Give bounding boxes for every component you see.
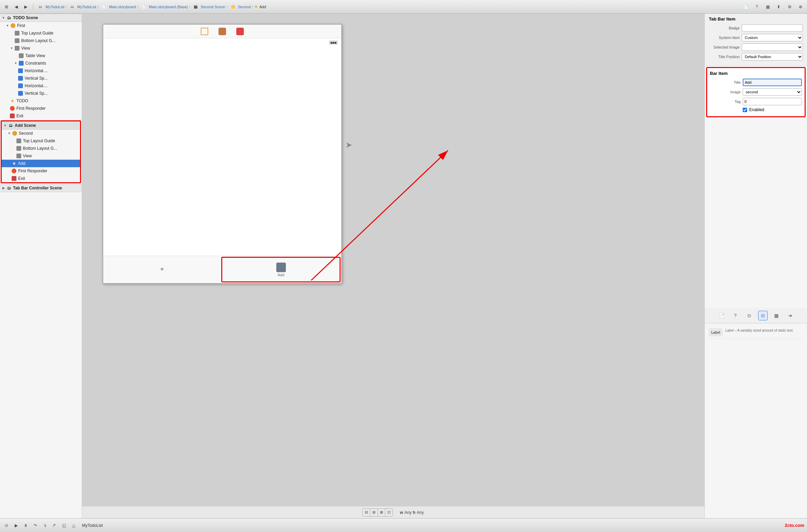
insp-tab-size[interactable]: ▦: [772, 311, 781, 320]
disclosure-tab-bar: ▶: [1, 186, 5, 190]
pause-icon[interactable]: ⏸: [22, 522, 29, 529]
image-select[interactable]: second: [743, 88, 802, 96]
sidebar-item-top-layout-2[interactable]: ▶ Top Layout Guide: [2, 137, 80, 145]
tab-item-add[interactable]: Add: [221, 257, 341, 282]
step-over-icon[interactable]: ↷: [31, 522, 39, 529]
sidebar-section-add-scene[interactable]: ▼ 🗂 Add Scene: [2, 121, 80, 130]
editor-selector: ⊟ ⊞ ⊠ ⊡: [362, 508, 393, 517]
tab-bar-scene-icon: 🗂: [6, 185, 12, 191]
insp-tab-connections[interactable]: ➔: [785, 311, 795, 320]
breadcrumb-mytodolist-2[interactable]: MyTodoList: [77, 5, 96, 9]
new-file-icon[interactable]: 📄: [742, 3, 750, 11]
tab-dot-1: [161, 268, 163, 270]
connector-arrow-icon: ➤: [345, 140, 352, 150]
insp-tab-quickhelp[interactable]: ?: [731, 311, 740, 320]
canvas-scroll[interactable]: ■■■ Add: [82, 14, 704, 506]
first-responder-icon: [10, 106, 15, 111]
simulate-icon[interactable]: ◱: [60, 522, 68, 529]
horiz2-icon: [18, 83, 23, 89]
view-switcher-icon[interactable]: ▦: [764, 3, 771, 11]
library-label-text: Label: [711, 331, 720, 334]
sidebar-item-first-responder[interactable]: First Responder: [0, 105, 82, 112]
sidebar-item-horiz1[interactable]: Horizontal....: [0, 67, 82, 75]
editor-extra-btn[interactable]: ⊡: [385, 509, 393, 516]
sidebar-item-view-2[interactable]: ▶ View: [2, 152, 80, 160]
settings-icon[interactable]: ⚙: [786, 3, 793, 11]
sidebar-todo-label: TODO: [16, 98, 28, 103]
sidebar-item-vert2[interactable]: Vertical Sp...: [0, 90, 82, 97]
breadcrumb-sep-3: ›: [137, 5, 138, 9]
toolbar-box-1: [219, 28, 226, 35]
sidebar-item-top-layout[interactable]: ▶ Top Layout Guide: [0, 29, 82, 37]
sidebar-horiz1-label: Horizontal....: [25, 68, 48, 73]
sidebar-item-constraints[interactable]: ▼ Constraints: [0, 59, 82, 67]
tag-input[interactable]: [743, 98, 802, 105]
library-section: Label Label – A variably sized amount of…: [705, 323, 807, 518]
view-icon: 🟡: [229, 3, 237, 11]
breadcrumb-second-scene[interactable]: Second Scene: [201, 5, 225, 9]
editor-standard-btn[interactable]: ⊟: [363, 509, 370, 516]
todo-star-icon: ★: [10, 98, 15, 104]
sidebar-item-horiz2[interactable]: Horizontal....: [0, 82, 82, 90]
sidebar-item-view[interactable]: ▼ View: [0, 44, 82, 52]
location-icon[interactable]: △: [70, 522, 77, 529]
title-position-select[interactable]: Default Position: [742, 53, 803, 61]
debug-icon[interactable]: ⊙: [3, 522, 10, 529]
upload-icon[interactable]: ⬆: [775, 3, 782, 11]
badge-input[interactable]: [742, 24, 803, 32]
sidebar-item-bottom-layout-2[interactable]: ▶ Bottom Layout G...: [2, 145, 80, 152]
library-label-icon: Label: [709, 328, 723, 336]
sidebar-item-exit[interactable]: Exit: [0, 112, 82, 120]
sidebar-item-exit-2[interactable]: Exit: [2, 175, 80, 182]
breadcrumb-second[interactable]: Second: [238, 5, 251, 9]
breadcrumb-mytodolist-1[interactable]: MyTodoList: [45, 5, 65, 9]
step-in-icon[interactable]: ↴: [41, 522, 49, 529]
sidebar-tab-bar-label: Tab Bar Controller Scene: [13, 186, 62, 190]
sidebar-item-table-view[interactable]: ▶ Table View: [0, 52, 82, 59]
editor-assistant-btn[interactable]: ⊞: [370, 509, 378, 516]
sidebar-view-2-label: View: [23, 154, 32, 158]
sidebar-bottom-layout-label: Bottom Layout G...: [21, 38, 55, 43]
tab-add-label: Add: [278, 273, 285, 277]
sidebar-bottom-layout-2-label: Bottom Layout G...: [23, 146, 57, 151]
panel-spacer: [705, 119, 807, 308]
view-2-icon: [16, 153, 22, 159]
sidebar-section-todo-scene[interactable]: ▼ 🗂 TODO Scene: [0, 14, 82, 22]
insp-tab-attributes[interactable]: ⊙: [758, 311, 768, 320]
title-input[interactable]: [743, 79, 802, 86]
sidebar-vert2-label: Vertical Sp...: [25, 91, 48, 96]
sidebar-item-bottom-layout[interactable]: ▶ Bottom Layout G...: [0, 37, 82, 44]
sidebar-item-vert1[interactable]: Vertical Sp...: [0, 75, 82, 82]
toolbar-back-icon[interactable]: ◀: [12, 3, 20, 11]
image-row: Image second: [710, 88, 802, 96]
sidebar-item-second[interactable]: ▼ Second: [2, 130, 80, 137]
selected-image-select[interactable]: [742, 43, 803, 51]
sidebar-exit-label: Exit: [16, 114, 23, 118]
help-icon[interactable]: ?: [753, 3, 760, 11]
sidebar-item-first-responder-2[interactable]: First Responder: [2, 167, 80, 175]
breadcrumb-main-storyboard-base[interactable]: Main.storyboard (Base): [149, 5, 188, 9]
step-out-icon[interactable]: ↱: [51, 522, 58, 529]
breadcrumb-add[interactable]: Add: [259, 5, 266, 9]
sidebar-section-tab-bar[interactable]: ▶ 🗂 Tab Bar Controller Scene: [0, 184, 82, 192]
tab-item-1: [103, 256, 221, 283]
insp-tab-file[interactable]: 📄: [717, 311, 727, 320]
scene-icon-todo: 🗂: [6, 15, 12, 21]
enabled-checkbox[interactable]: [743, 108, 747, 112]
editor-version-btn[interactable]: ⊠: [378, 509, 385, 516]
toolbar-circle-1: [201, 28, 208, 35]
sidebar-item-add[interactable]: ★ Add: [2, 160, 80, 167]
size-info: w Any h Any: [400, 510, 424, 515]
share-icon[interactable]: ⊕: [797, 3, 804, 11]
sidebar-item-first[interactable]: ▼ First: [0, 22, 82, 29]
insp-tab-identity[interactable]: ⊙: [744, 311, 754, 320]
canvas-bottom: ⊟ ⊞ ⊠ ⊡ w Any h Any: [82, 506, 704, 518]
system-item-select[interactable]: Custom: [742, 34, 803, 41]
size-any-w: Any: [405, 510, 412, 515]
play-icon[interactable]: ▶: [12, 522, 20, 529]
toolbar-forward-icon[interactable]: ▶: [22, 3, 29, 11]
add-scene-highlight: ▼ 🗂 Add Scene ▼ Second ▶ Top Layout Guid…: [1, 120, 81, 183]
toolbar-grid-icon[interactable]: ⊞: [3, 3, 10, 11]
sidebar-item-todo[interactable]: ★ TODO: [0, 97, 82, 105]
breadcrumb-main-storyboard[interactable]: Main.storyboard: [109, 5, 136, 9]
